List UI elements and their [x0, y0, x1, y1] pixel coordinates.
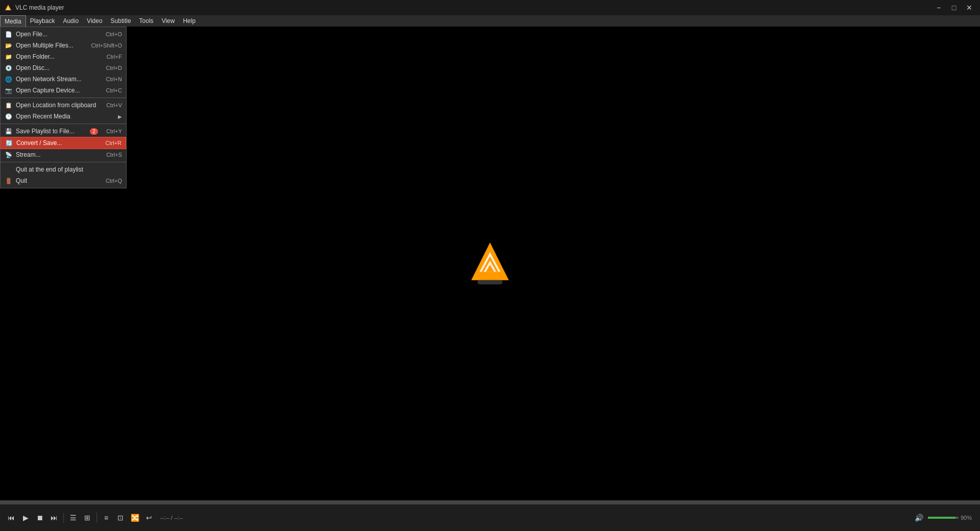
window-title: VLC media player	[15, 4, 64, 11]
save-playlist-label: Save Playlist to File...	[14, 128, 88, 135]
multiple-files-icon: 📂	[4, 42, 14, 49]
time-display: --:-- / --:--	[160, 515, 183, 521]
quit-shortcut: Ctrl+Q	[97, 178, 122, 184]
menu-convert-save[interactable]: 🔄 Convert / Save... Ctrl+R	[1, 137, 126, 149]
open-file-shortcut: Ctrl+O	[97, 31, 122, 37]
open-multiple-shortcut: Ctrl+Shift+O	[83, 42, 122, 49]
recent-icon: 🕐	[4, 113, 14, 120]
menu-open-location[interactable]: 📋 Open Location from clipboard Ctrl+V	[1, 100, 126, 111]
network-icon: 🌐	[4, 76, 14, 83]
open-capture-label: Open Capture Device...	[14, 87, 98, 94]
stop-button[interactable]: ⏹	[33, 511, 47, 525]
quit-icon: 🚪	[4, 178, 14, 184]
menu-stream[interactable]: 📡 Stream... Ctrl+S	[1, 149, 126, 160]
volume-fill	[928, 517, 955, 519]
open-disc-label: Open Disc...	[14, 64, 98, 71]
menu-item-tools[interactable]: Tools	[135, 15, 158, 27]
menu-open-recent[interactable]: 🕐 Open Recent Media ▶	[1, 111, 126, 122]
stream-label: Stream...	[14, 151, 98, 158]
video-area	[0, 27, 980, 500]
volume-bar[interactable]	[928, 517, 959, 519]
vlc-cone-logo	[467, 240, 513, 286]
menu-item-view[interactable]: View	[158, 15, 179, 27]
menu-save-playlist[interactable]: 💾 Save Playlist to File... 2 Ctrl+Y	[1, 126, 126, 137]
quit-label: Quit	[14, 177, 97, 184]
random-button[interactable]: 🔀	[128, 511, 142, 525]
submenu-arrow: ▶	[118, 114, 122, 119]
separator-3	[1, 162, 126, 162]
convert-icon: 🔄	[4, 140, 14, 147]
menu-item-audio[interactable]: Audio	[59, 15, 83, 27]
menu-item-playback[interactable]: Playback	[26, 15, 59, 27]
media-dropdown-menu: 📄 Open File... Ctrl+O 📂 Open Multiple Fi…	[0, 27, 127, 188]
volume-label: 90%	[961, 515, 976, 521]
open-folder-label: Open Folder...	[14, 53, 99, 60]
title-bar-controls: − □ ✕	[932, 3, 976, 13]
folder-icon: 📁	[4, 54, 14, 60]
stream-shortcut: Ctrl+S	[98, 152, 122, 158]
open-disc-shortcut: Ctrl+D	[98, 65, 122, 71]
svg-rect-7	[477, 280, 502, 284]
menu-quit[interactable]: 🚪 Quit Ctrl+Q	[1, 175, 126, 186]
separator-2	[1, 124, 126, 124]
separator-1	[1, 98, 126, 98]
controls-row: ⏮ ▶ ⏹ ⏭ ☰ ⊞ ≡ ⊡ 🔀 ↩ --:-- / --:-- 🔊 90%	[0, 504, 980, 531]
prev-button[interactable]: ⏮	[4, 511, 18, 525]
ctrl-sep-1	[63, 513, 64, 523]
title-bar-left: VLC media player	[4, 4, 64, 12]
ctrl-sep-2	[96, 513, 97, 523]
menu-item-media[interactable]: Media	[0, 15, 26, 27]
file-icon: 📄	[4, 31, 14, 38]
convert-save-label: Convert / Save...	[14, 139, 97, 147]
open-network-shortcut: Ctrl+N	[98, 76, 122, 82]
open-file-label: Open File...	[14, 31, 97, 38]
close-button[interactable]: ✕	[963, 3, 976, 13]
menu-item-video[interactable]: Video	[83, 15, 106, 27]
menu-open-disc[interactable]: 💿 Open Disc... Ctrl+D	[1, 62, 126, 74]
open-recent-label: Open Recent Media	[14, 113, 118, 120]
frame-button[interactable]: ⊡	[113, 511, 128, 525]
menu-open-multiple[interactable]: 📂 Open Multiple Files... Ctrl+Shift+O	[1, 40, 126, 51]
extended-settings-button[interactable]: ⊞	[80, 511, 94, 525]
menu-bar: Media Playback Audio Video Subtitle Tool…	[0, 15, 980, 27]
title-bar: VLC media player − □ ✕	[0, 0, 980, 15]
save-playlist-shortcut: Ctrl+Y	[98, 128, 122, 134]
progress-bar[interactable]	[0, 500, 980, 504]
menu-quit-playlist[interactable]: Quit at the end of playlist	[1, 164, 126, 175]
maximize-button[interactable]: □	[947, 3, 961, 13]
open-network-label: Open Network Stream...	[14, 76, 98, 83]
menu-open-file[interactable]: 📄 Open File... Ctrl+O	[1, 29, 126, 40]
menu-open-folder[interactable]: 📁 Open Folder... Ctrl+F	[1, 51, 126, 62]
quit-playlist-label: Quit at the end of playlist	[14, 166, 122, 173]
play-button[interactable]: ▶	[18, 511, 33, 525]
save-icon: 💾	[4, 128, 14, 135]
next-button[interactable]: ⏭	[47, 511, 61, 525]
open-location-shortcut: Ctrl+V	[98, 102, 122, 108]
clipboard-icon: 📋	[4, 102, 14, 109]
open-folder-shortcut: Ctrl+F	[99, 54, 122, 60]
menu-item-subtitle[interactable]: Subtitle	[107, 15, 135, 27]
volume-area: 🔊 90%	[912, 511, 976, 525]
volume-icon[interactable]: 🔊	[912, 511, 926, 525]
minimize-button[interactable]: −	[932, 3, 945, 13]
toggle-playlist-button[interactable]: ☰	[66, 511, 80, 525]
save-playlist-badge: 2	[90, 128, 98, 135]
open-multiple-label: Open Multiple Files...	[14, 42, 83, 49]
menu-item-help[interactable]: Help	[179, 15, 200, 27]
convert-save-shortcut: Ctrl+R	[97, 140, 121, 146]
open-location-label: Open Location from clipboard	[14, 102, 98, 109]
disc-icon: 💿	[4, 65, 14, 71]
menu-open-network[interactable]: 🌐 Open Network Stream... Ctrl+N	[1, 74, 126, 85]
vlc-logo-small	[4, 4, 12, 12]
stream-icon: 📡	[4, 152, 14, 158]
open-capture-shortcut: Ctrl+C	[98, 87, 122, 93]
bottom-bar: ⏮ ▶ ⏹ ⏭ ☰ ⊞ ≡ ⊡ 🔀 ↩ --:-- / --:-- 🔊 90%	[0, 500, 980, 531]
menu-open-capture[interactable]: 📷 Open Capture Device... Ctrl+C	[1, 85, 126, 96]
loop-button[interactable]: ↩	[142, 511, 156, 525]
capture-icon: 📷	[4, 87, 14, 94]
show-playlist-button[interactable]: ≡	[99, 511, 113, 525]
